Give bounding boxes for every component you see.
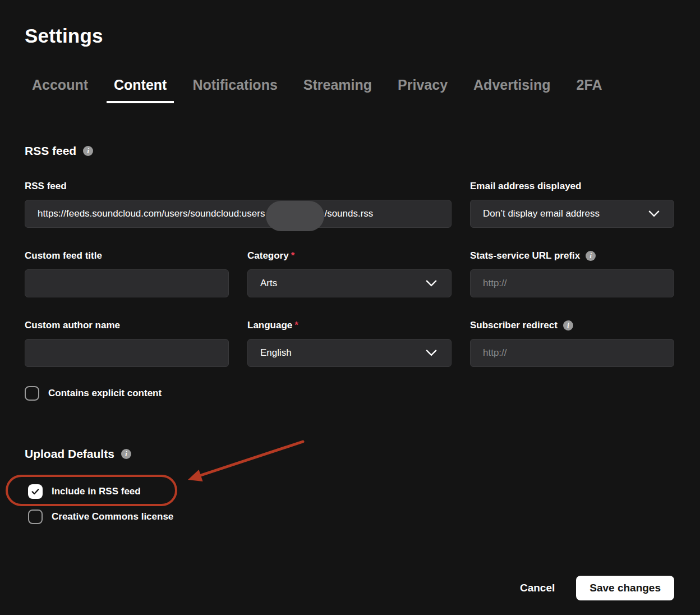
tab-advertising[interactable]: Advertising bbox=[466, 76, 558, 103]
custom-feed-title-input[interactable] bbox=[25, 269, 229, 297]
category-select[interactable]: Arts bbox=[247, 269, 452, 297]
category-label: Category* bbox=[247, 250, 452, 261]
chevron-down-icon bbox=[424, 276, 439, 291]
category-field: Category* Arts bbox=[247, 250, 452, 297]
required-asterisk: * bbox=[294, 320, 298, 331]
tab-streaming[interactable]: Streaming bbox=[296, 76, 379, 103]
rss-feed-field: RSS feed https://feeds.soundcloud.com/us… bbox=[25, 181, 452, 228]
include-in-rss-label: Include in RSS feed bbox=[52, 486, 141, 497]
footer-actions: Cancel Save changes bbox=[520, 576, 674, 600]
custom-feed-title-label: Custom feed title bbox=[25, 250, 229, 261]
language-label: Language* bbox=[247, 320, 452, 331]
chevron-down-icon bbox=[424, 346, 439, 360]
stats-service-url-prefix-input[interactable] bbox=[470, 269, 674, 297]
subscriber-redirect-field: Subscriber redirect i bbox=[470, 320, 674, 367]
upload-defaults-section: Upload Defaults i Include in RSS feed Cr… bbox=[25, 447, 294, 542]
creative-commons-row: Creative Commons license bbox=[28, 510, 173, 524]
required-asterisk: * bbox=[291, 250, 295, 261]
chevron-down-icon bbox=[647, 206, 661, 221]
rss-feed-section-title: RSS feed bbox=[25, 144, 76, 158]
save-changes-button[interactable]: Save changes bbox=[576, 576, 674, 600]
rss-feed-label: RSS feed bbox=[25, 181, 452, 192]
settings-content: Settings Account Content Notifications S… bbox=[25, 25, 674, 401]
settings-page: Settings Account Content Notifications S… bbox=[0, 0, 700, 615]
include-in-rss-row: Include in RSS feed bbox=[28, 484, 141, 499]
language-value: English bbox=[260, 347, 292, 359]
language-select[interactable]: English bbox=[247, 339, 452, 367]
contains-explicit-checkbox[interactable] bbox=[25, 386, 39, 401]
stats-service-url-prefix-label: Stats-service URL prefix i bbox=[470, 250, 674, 261]
contains-explicit-label: Contains explicit content bbox=[48, 388, 162, 399]
cancel-button[interactable]: Cancel bbox=[520, 582, 555, 594]
redacted-user-id-blur bbox=[266, 201, 324, 231]
rss-feed-url-input[interactable]: https://feeds.soundcloud.com/users/sound… bbox=[25, 200, 452, 228]
upload-defaults-header: Upload Defaults i bbox=[25, 447, 294, 461]
email-displayed-select[interactable]: Don’t display email address bbox=[470, 200, 674, 228]
info-icon[interactable]: i bbox=[586, 251, 596, 261]
tab-notifications[interactable]: Notifications bbox=[185, 76, 284, 103]
info-icon[interactable]: i bbox=[563, 320, 573, 331]
rss-feed-form: RSS feed https://feeds.soundcloud.com/us… bbox=[25, 181, 674, 367]
tab-bar: Account Content Notifications Streaming … bbox=[25, 76, 674, 103]
tab-privacy[interactable]: Privacy bbox=[390, 76, 455, 103]
email-displayed-label: Email address displayed bbox=[470, 181, 674, 192]
checkmark-icon bbox=[31, 487, 40, 496]
custom-author-name-input[interactable] bbox=[25, 339, 229, 367]
subscriber-redirect-label: Subscriber redirect i bbox=[470, 320, 674, 331]
info-icon[interactable]: i bbox=[121, 449, 131, 459]
info-icon[interactable]: i bbox=[83, 146, 93, 156]
creative-commons-checkbox[interactable] bbox=[28, 510, 43, 524]
custom-author-name-field: Custom author name bbox=[25, 320, 229, 367]
rss-feed-url-prefix: https://feeds.soundcloud.com/users/sound… bbox=[38, 208, 265, 219]
page-title: Settings bbox=[25, 25, 674, 47]
rss-feed-url-suffix: /sounds.rss bbox=[324, 208, 373, 219]
language-field: Language* English bbox=[247, 320, 452, 367]
contains-explicit-row: Contains explicit content bbox=[25, 386, 674, 401]
creative-commons-label: Creative Commons license bbox=[52, 511, 173, 522]
tab-content[interactable]: Content bbox=[107, 76, 174, 103]
email-displayed-value: Don’t display email address bbox=[483, 208, 600, 219]
email-displayed-field: Email address displayed Don’t display em… bbox=[470, 181, 674, 228]
upload-defaults-title: Upload Defaults bbox=[25, 447, 114, 461]
custom-author-name-label: Custom author name bbox=[25, 320, 229, 331]
include-in-rss-checkbox[interactable] bbox=[28, 484, 43, 499]
rss-feed-section-header: RSS feed i bbox=[25, 144, 674, 158]
custom-feed-title-field: Custom feed title bbox=[25, 250, 229, 297]
stats-service-url-prefix-field: Stats-service URL prefix i bbox=[470, 250, 674, 297]
subscriber-redirect-input[interactable] bbox=[470, 339, 674, 367]
category-value: Arts bbox=[260, 278, 277, 289]
tab-2fa[interactable]: 2FA bbox=[569, 76, 610, 103]
tab-account[interactable]: Account bbox=[25, 76, 95, 103]
